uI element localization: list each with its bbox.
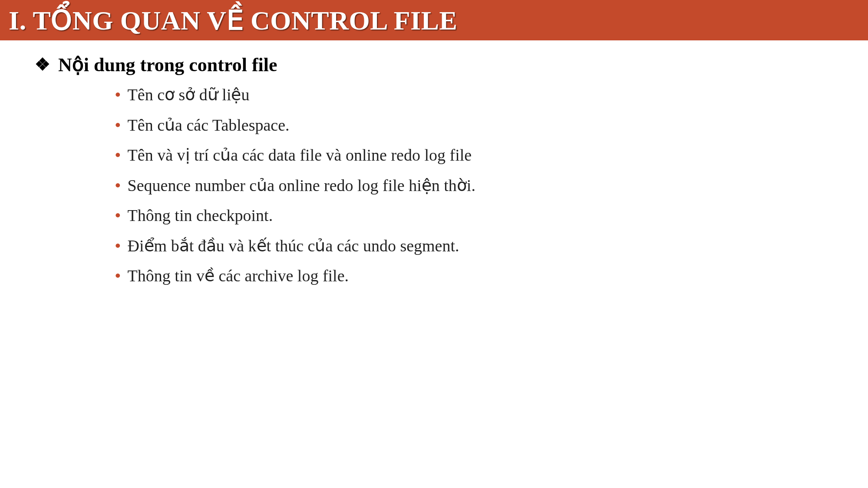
bullet-icon: • — [115, 205, 121, 226]
bullet-text: Sequence number của online redo log file… — [128, 175, 475, 196]
subtitle-row: ❖ Nội dung trong control file — [35, 53, 842, 76]
bullet-icon: • — [115, 175, 121, 196]
bullet-icon: • — [115, 85, 121, 105]
slide-title-bar: I. TỔNG QUAN VỀ CONTROL FILE — [0, 0, 868, 40]
bullet-text: Tên cơ sở dữ liệu — [128, 85, 250, 106]
bullet-icon: • — [115, 266, 121, 286]
slide-title: I. TỔNG QUAN VỀ CONTROL FILE — [9, 6, 457, 35]
bullet-text: Tên của các Tablespace. — [128, 115, 290, 136]
list-item: • Tên của các Tablespace. — [115, 115, 842, 136]
list-item: • Thông tin về các archive log file. — [115, 266, 842, 287]
list-item: • Điểm bắt đầu và kết thúc của các undo … — [115, 236, 842, 257]
bullet-icon: • — [115, 115, 121, 135]
slide-content: ❖ Nội dung trong control file • Tên cơ s… — [0, 40, 868, 287]
bullet-text: Điểm bắt đầu và kết thúc của các undo se… — [128, 236, 459, 257]
bullet-icon: • — [115, 236, 121, 256]
bullet-text: Thông tin về các archive log file. — [128, 266, 349, 287]
slide-subtitle: Nội dung trong control file — [58, 53, 277, 76]
diamond-bullet-icon: ❖ — [35, 56, 50, 73]
bullet-text: Tên và vị trí của các data file và onlin… — [128, 145, 472, 166]
list-item: • Thông tin checkpoint. — [115, 205, 842, 226]
list-item: • Tên cơ sở dữ liệu — [115, 85, 842, 106]
bullet-text: Thông tin checkpoint. — [128, 205, 273, 226]
bullet-icon: • — [115, 145, 121, 165]
bullet-list: • Tên cơ sở dữ liệu • Tên của các Tables… — [115, 85, 842, 287]
list-item: • Sequence number của online redo log fi… — [115, 175, 842, 196]
list-item: • Tên và vị trí của các data file và onl… — [115, 145, 842, 166]
